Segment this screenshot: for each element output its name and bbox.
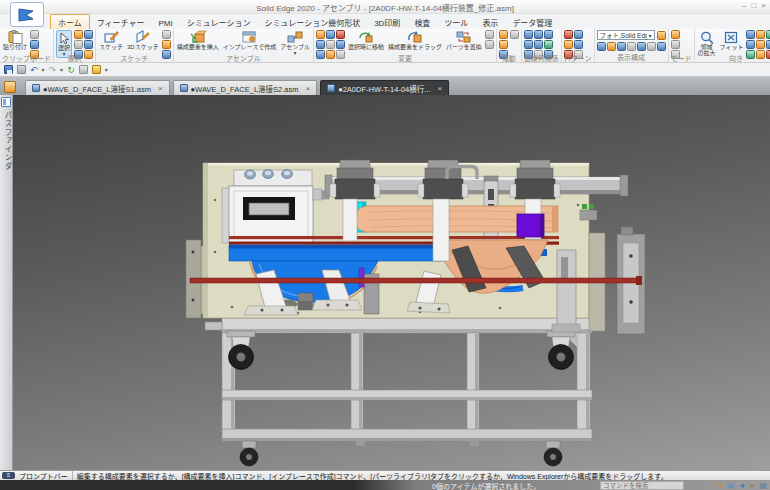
violet-pin[interactable] xyxy=(359,268,364,287)
fit-button[interactable]: フィット xyxy=(719,30,745,51)
display-config-icon-2[interactable] xyxy=(607,42,616,51)
viewport-3d[interactable] xyxy=(13,95,770,470)
modify-icon-4[interactable] xyxy=(316,40,325,49)
leveling-pad[interactable] xyxy=(470,441,479,446)
document-tab-1[interactable]: ●WAVE_D_FACE_L溶接S1.asm × xyxy=(25,80,170,95)
caster-foot-right[interactable] xyxy=(544,441,562,466)
caster-wheel-right[interactable] xyxy=(547,331,575,370)
modify-icon-2[interactable] xyxy=(326,30,335,39)
caster-wheel-left[interactable] xyxy=(227,331,255,370)
motion-icon-1[interactable] xyxy=(499,30,508,39)
close-button[interactable]: × xyxy=(761,1,766,10)
relate-icon-1[interactable] xyxy=(524,30,533,39)
document-tab-3-active[interactable]: ●2A0DF-HW-T-14-04横行... × xyxy=(320,80,449,95)
select-button[interactable]: 選択 ▾ xyxy=(56,30,72,58)
tab-tools[interactable]: ツール xyxy=(437,15,475,29)
redo-icon[interactable]: ↷ xyxy=(49,65,57,75)
display-config-manager-icon[interactable] xyxy=(657,31,666,40)
paste-button[interactable]: 貼り付け xyxy=(2,30,28,51)
zoom-area-button[interactable]: 領域の拡大 xyxy=(697,30,717,56)
move-on-select-button[interactable]: 選択時に移動 xyxy=(347,30,385,51)
update-icon[interactable]: ↻ xyxy=(67,65,75,75)
select-icon-3[interactable] xyxy=(74,40,83,49)
display-config-icon-7[interactable] xyxy=(657,42,666,51)
tab-simulation-geometry[interactable]: シミュレーション幾何形状 xyxy=(257,15,367,29)
sketch-button[interactable]: スケッチ xyxy=(98,30,124,51)
sketch-tool-icon-2[interactable] xyxy=(162,40,171,49)
modify-icon-6[interactable] xyxy=(336,40,345,49)
display-config-icon-5[interactable] xyxy=(637,42,646,51)
tab-close-icon[interactable]: × xyxy=(305,84,310,93)
qat-menu-caret-icon[interactable]: ▾ xyxy=(105,66,108,73)
select-icon-4[interactable] xyxy=(84,40,93,49)
pathfinder-panel-tab[interactable]: パスファインダ xyxy=(0,95,13,470)
insert-component-button[interactable]: 構成要素を挿入 xyxy=(176,30,220,51)
undo-caret-icon[interactable]: ▾ xyxy=(42,66,45,73)
leveling-pad[interactable] xyxy=(356,441,365,446)
modify-icon-10[interactable] xyxy=(485,30,494,39)
orient-icon-6[interactable] xyxy=(766,40,770,49)
attach-icon[interactable] xyxy=(17,65,26,74)
undo-icon[interactable]: ↶ xyxy=(30,65,38,75)
tab-3d-print[interactable]: 3D印刷 xyxy=(367,15,407,29)
sphere-icon[interactable]: ● xyxy=(740,481,745,490)
copy-icon[interactable] xyxy=(30,40,39,49)
select-icon-2[interactable] xyxy=(84,30,93,39)
orient-icon-3[interactable] xyxy=(766,30,770,39)
sketch-tool-icon-1[interactable] xyxy=(162,30,171,39)
pattern-icon-4[interactable] xyxy=(574,40,583,49)
modify-icon-3[interactable] xyxy=(336,30,345,39)
relate-icon-3[interactable] xyxy=(544,30,553,39)
pattern-icon-2[interactable] xyxy=(574,30,583,39)
assembly-3d-view[interactable] xyxy=(13,95,770,470)
tab-close-icon[interactable]: × xyxy=(437,84,442,93)
mode-icon-2[interactable] xyxy=(671,40,680,49)
print-icon[interactable] xyxy=(79,65,88,74)
window-layout-icon[interactable]: ▣ xyxy=(727,481,735,490)
pattern-icon-1[interactable] xyxy=(564,30,573,39)
mode-icon-1[interactable] xyxy=(671,30,680,39)
drag-component-button[interactable]: 構成要素をドラッグ xyxy=(387,30,443,51)
modify-icon-1[interactable] xyxy=(316,30,325,39)
tab-feature[interactable]: フィーチャー xyxy=(90,15,152,29)
modify-icon-11[interactable] xyxy=(485,40,494,49)
sketch-3d-button[interactable]: 3Dスケッチ xyxy=(126,30,160,51)
orient-icon-4[interactable] xyxy=(746,40,755,49)
cart-frame[interactable] xyxy=(205,318,605,441)
redo-caret-icon[interactable]: ▾ xyxy=(60,66,63,73)
motion-icon-4[interactable] xyxy=(510,30,519,39)
relate-icon-5[interactable] xyxy=(534,40,543,49)
orient-icon-2[interactable] xyxy=(756,30,765,39)
display-config-dropdown[interactable]: フォト,Solid Edge ▾ xyxy=(597,30,655,40)
pattern-icon-3[interactable] xyxy=(564,40,573,49)
display-config-icon-6[interactable] xyxy=(647,42,656,51)
replace-part-button[interactable]: パーツを置換 xyxy=(445,30,483,51)
create-in-place-button[interactable]: インプレースで作成 xyxy=(222,30,278,51)
close-view-icon[interactable]: × xyxy=(750,481,755,490)
tab-data-management[interactable]: データ管理 xyxy=(505,15,559,29)
grid-view-icon[interactable]: ▦ xyxy=(759,481,767,490)
share-icon[interactable]: ↪ xyxy=(716,481,723,490)
orient-icon-5[interactable] xyxy=(756,40,765,49)
maximize-button[interactable]: □ xyxy=(751,1,756,10)
tab-home[interactable]: ホーム xyxy=(50,14,90,29)
system-menu-icon[interactable] xyxy=(4,81,16,93)
modify-icon-5[interactable] xyxy=(326,40,335,49)
caster-foot-left[interactable] xyxy=(240,441,258,466)
select-icon-1[interactable] xyxy=(74,30,83,39)
display-config-icon-1[interactable] xyxy=(597,42,606,51)
tab-view[interactable]: 表示 xyxy=(475,15,505,29)
assemble-button[interactable]: アセンブル ▾ xyxy=(279,30,311,56)
display-config-icon-4[interactable] xyxy=(627,42,636,51)
motion-icon-2[interactable] xyxy=(499,40,508,49)
tab-simulation[interactable]: シミュレーション xyxy=(180,15,258,29)
document-tab-2[interactable]: ●WAVE_D_FACE_L溶接S2.asm × xyxy=(173,80,318,95)
cut-icon[interactable] xyxy=(30,30,39,39)
minimize-button[interactable]: – xyxy=(742,1,746,10)
relate-icon-4[interactable] xyxy=(524,40,533,49)
carriage-strap-2[interactable] xyxy=(433,199,449,261)
save-icon[interactable] xyxy=(4,65,13,74)
carriage-strap-1[interactable] xyxy=(343,199,357,241)
purple-block[interactable] xyxy=(517,214,544,237)
relate-icon-6[interactable] xyxy=(544,40,553,49)
